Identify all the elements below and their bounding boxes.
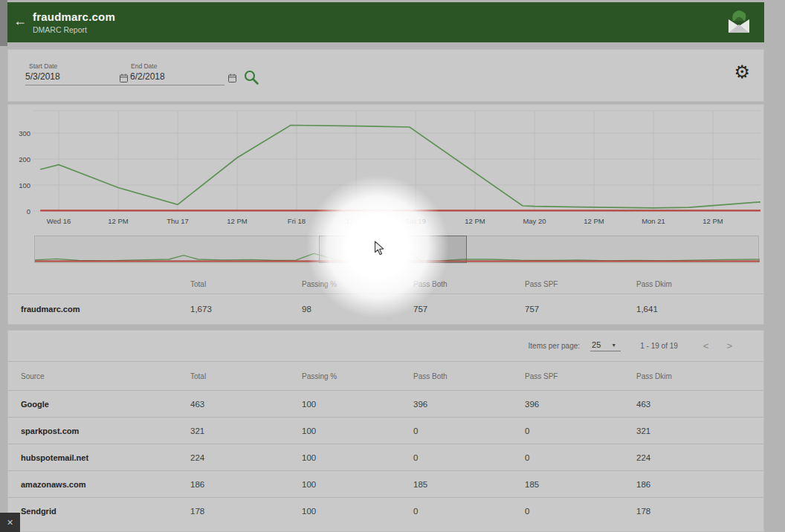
report-chart-card: Wed 1612 PMThu 1712 PMFri 1812 PMSat 191… [7,104,764,325]
column-header: Pass Both [413,280,525,288]
column-header: Pass Dkim [636,372,763,380]
table-cell: 98 [302,305,413,314]
app-frame: ← fraudmarc.com DMARC Report Start Date … [0,0,785,532]
page-title: fraudmarc.com [33,10,724,23]
table-cell: 757 [525,305,636,314]
table-cell: 100 [302,426,413,435]
start-date-label: Start Date [29,62,57,70]
svg-text:Sat 19: Sat 19 [405,217,425,225]
date-field-underline [25,85,224,85]
table-cell: 0 [525,507,636,516]
table-cell: 224 [190,453,302,462]
column-header: Pass Dkim [636,280,763,288]
table-row[interactable]: fraudmarc.com1,673987577571,641 [8,293,763,323]
pagination-bar: Items per page: 25 ▼ 1 - 19 of 19 < > [8,331,763,362]
svg-text:May 20: May 20 [523,217,546,225]
table-cell: 100 [302,480,413,489]
sources-card: Items per page: 25 ▼ 1 - 19 of 19 < > So… [7,330,764,532]
table-cell: 757 [413,305,525,314]
table-cell: 186 [636,480,763,489]
table-cell: 396 [525,400,636,409]
table-row[interactable]: sparkpost.com32110000321 [8,417,763,444]
table-row[interactable]: hubspotemail.net22410000224 [8,444,763,470]
table-cell: fraudmarc.com [8,305,190,314]
column-header: Source [8,372,190,380]
column-header: Pass SPF [525,280,636,288]
svg-text:300: 300 [19,129,30,137]
svg-text:12 PM: 12 PM [584,217,604,225]
table-row[interactable]: amazonaws.com186100185185186 [8,470,763,497]
back-arrow-icon[interactable]: ← [7,13,33,29]
app-header: ← fraudmarc.com DMARC Report [7,2,764,42]
table-cell: hubspotemail.net [8,453,190,462]
svg-text:200: 200 [19,155,30,163]
svg-text:12 PM: 12 PM [465,217,485,225]
chevron-down-icon: ▼ [611,343,616,348]
calendar-picker-icon[interactable] [228,74,236,82]
svg-text:0: 0 [27,207,30,215]
svg-text:Wed 16: Wed 16 [47,217,71,225]
table-cell: 463 [190,400,302,409]
range-brush-track[interactable] [34,236,759,263]
close-icon[interactable]: × [0,513,20,532]
table-row[interactable]: Google463100396396463 [8,390,763,417]
column-header: Total [190,372,302,380]
sources-table: SourceTotalPassing %Pass BothPass SPFPas… [8,362,763,524]
table-cell: 100 [302,400,413,409]
date-range-toolbar: Start Date 5/3/2018 End Date 6/2/2018 ⚙ [7,49,764,102]
column-header: Pass Both [413,372,525,380]
table-cell: Google [8,400,190,409]
table-cell: 0 [413,453,525,462]
calendar-icon[interactable] [120,74,128,82]
table-cell: 185 [413,480,525,489]
table-cell: 396 [413,400,525,409]
traffic-line-chart: Wed 1612 PMThu 1712 PMFri 1812 PMSat 191… [8,105,763,231]
svg-text:12 PM: 12 PM [227,217,248,225]
table-cell: 0 [413,507,525,516]
table-cell: 186 [190,480,302,489]
table-cell: 185 [525,480,636,489]
items-per-page-select[interactable]: 25 ▼ [590,340,621,351]
summary-table: TotalPassing %Pass BothPass SPFPass Dkim… [8,274,763,323]
start-date-input[interactable]: 5/3/2018 [25,71,60,82]
table-cell: 100 [302,507,413,516]
column-header: Pass SPF [525,372,636,380]
end-date-input[interactable]: 6/2/2018 [130,71,165,82]
svg-text:12 PM: 12 PM [346,217,366,225]
column-header: Passing % [302,372,413,380]
table-cell: 0 [525,453,636,462]
column-header: Passing % [302,280,413,288]
page-range-label: 1 - 19 of 19 [640,342,678,350]
header-titles: fraudmarc.com DMARC Report [33,10,724,34]
table-cell: 1,641 [636,305,763,314]
items-per-page-value: 25 [592,340,601,349]
items-per-page-label: Items per page: [529,342,580,350]
table-cell: 224 [636,453,763,462]
search-icon[interactable] [243,69,259,85]
brush-selection-window[interactable] [319,236,467,263]
table-header-row: SourceTotalPassing %Pass BothPass SPFPas… [8,362,763,390]
svg-text:100: 100 [19,181,30,189]
table-cell: 178 [190,507,302,516]
table-cell: Sendgrid [8,507,190,516]
table-cell: 321 [636,426,763,435]
table-cell: 178 [636,507,763,516]
svg-text:12 PM: 12 PM [108,217,129,225]
frame-edge [0,0,7,46]
previous-page-icon[interactable]: < [694,340,718,351]
table-row[interactable]: Sendgrid17810000178 [8,497,763,524]
svg-text:Thu 17: Thu 17 [167,217,189,225]
table-cell: 0 [413,426,525,435]
end-date-label: End Date [131,62,157,70]
table-cell: 1,673 [190,305,302,314]
table-cell: 321 [190,426,302,435]
table-cell: 463 [636,400,763,409]
gear-icon[interactable]: ⚙ [734,63,750,81]
table-header-row: TotalPassing %Pass BothPass SPFPass Dkim [8,274,763,293]
next-page-icon[interactable]: > [717,340,741,351]
table-cell: 0 [525,426,636,435]
svg-text:Fri 18: Fri 18 [288,217,306,225]
table-cell: amazonaws.com [8,480,190,489]
table-cell: sparkpost.com [8,426,190,435]
table-cell: 100 [302,453,413,462]
